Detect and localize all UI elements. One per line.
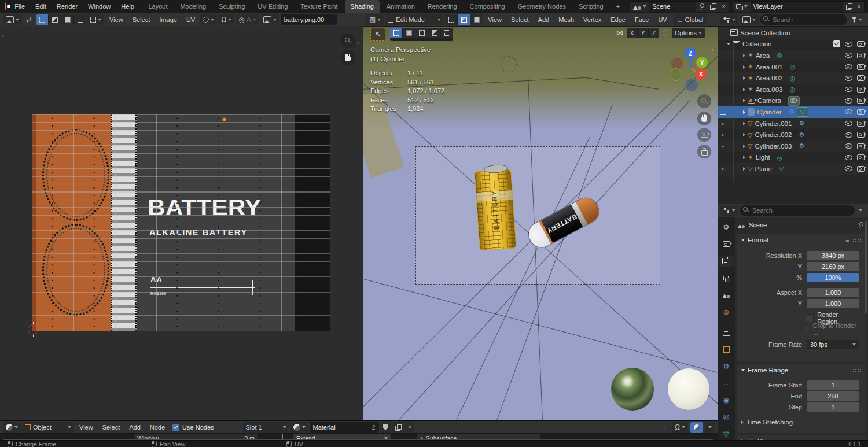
material-browse-button[interactable]	[290, 422, 308, 433]
battery-standing-editmode[interactable]: BATTERY	[474, 169, 516, 251]
render-visibility-icon[interactable]	[857, 87, 865, 93]
outliner-row-cylinder-active[interactable]: ▽ Cylinder ⚙ ▽	[718, 106, 868, 118]
material-copy-button[interactable]	[392, 422, 404, 433]
viewport-menu-uv[interactable]: UV	[654, 16, 671, 23]
render-visibility-icon[interactable]	[857, 166, 865, 172]
pin-icon[interactable]	[858, 222, 863, 228]
hide-eye-icon[interactable]	[845, 42, 852, 47]
parent-node-tree-button[interactable]: ↑	[661, 422, 670, 433]
workspace-tab-sculpting[interactable]: Sculpting	[213, 0, 251, 13]
outliner-row-light[interactable]: ☀Light ◎	[718, 152, 868, 164]
hide-eye-icon[interactable]	[845, 87, 852, 92]
hide-eye-icon[interactable]	[845, 98, 852, 104]
fake-user-button[interactable]	[380, 422, 391, 433]
mesh-data-icon[interactable]: ▽	[797, 107, 808, 117]
tab-view-layer[interactable]	[719, 272, 734, 284]
mirror-z-button[interactable]: Z	[649, 28, 659, 38]
render-region-checkbox[interactable]	[806, 314, 814, 322]
navigation-gizmo[interactable]: Z Y X	[665, 40, 715, 90]
uv-select-edge-button[interactable]	[49, 14, 61, 25]
render-visibility-icon[interactable]	[857, 154, 865, 160]
viewport-menu-mesh[interactable]: Mesh	[554, 16, 578, 23]
frame-range-panel-header[interactable]: Frame Range	[737, 364, 866, 376]
uv-2d-cursor[interactable]	[28, 324, 38, 335]
crop-to-render-checkbox[interactable]	[802, 325, 810, 333]
shader-menu-node[interactable]: Node	[146, 424, 169, 431]
active-tool-select-button[interactable]: ↖	[370, 28, 385, 41]
viewport-camera-view-button[interactable]	[697, 128, 711, 142]
blender-logo-icon[interactable]	[5, 2, 6, 10]
format-panel-header[interactable]: Format ≡	[737, 234, 866, 246]
uv-image-name-field[interactable]: battery.png.00	[281, 14, 337, 25]
gizmo-y-axis[interactable]: Y	[696, 57, 708, 68]
collapsed-caret-icon[interactable]	[743, 76, 745, 80]
properties-options-button[interactable]	[856, 205, 865, 216]
render-visibility-icon[interactable]	[857, 41, 865, 47]
shader-overlay-button[interactable]	[690, 422, 703, 433]
viewport-3d[interactable]: BATTERY BATTERY Camera Perspective (1) C…	[363, 13, 718, 420]
viewport-lock-button[interactable]	[697, 145, 711, 158]
viewlayer-name-field[interactable]: ViewLayer	[751, 2, 843, 12]
tab-constraints[interactable]: @	[719, 411, 734, 423]
sidebar-collapse-arrow[interactable]: ‹	[357, 39, 359, 46]
collapsed-caret-icon[interactable]	[743, 99, 745, 102]
hide-eye-icon[interactable]	[845, 76, 852, 81]
selected-uv-vertex[interactable]	[223, 118, 226, 121]
collapsed-caret-icon[interactable]	[743, 88, 745, 91]
collapsed-caret-icon[interactable]	[743, 122, 745, 125]
collapsed-caret-icon[interactable]	[743, 167, 745, 171]
aspect-x-field[interactable]: 1.000	[807, 288, 859, 297]
outliner-row-cylinder-002[interactable]: • ▽Cylinder.002 ⚙	[718, 129, 868, 141]
panel-grip-icon[interactable]	[852, 368, 862, 372]
select-box-button[interactable]	[403, 28, 415, 38]
workspace-tab-modeling[interactable]: Modeling	[174, 0, 212, 13]
tab-collection[interactable]	[719, 327, 734, 338]
menu-window[interactable]: Window	[83, 0, 116, 13]
gizmo-x-axis[interactable]: X	[695, 68, 707, 80]
outliner-row-cylinder-003[interactable]: • ▽Cylinder.003 ⚙	[718, 141, 868, 152]
panel-grip-icon[interactable]	[852, 238, 862, 242]
time-stretching-subpanel[interactable]: Time Stretching	[737, 416, 866, 428]
use-nodes-toggle[interactable]: Use Nodes	[172, 424, 214, 431]
zoom-in-button[interactable]	[340, 33, 355, 48]
shader-menu-select[interactable]: Select	[98, 424, 124, 431]
shader-menu-view[interactable]: View	[75, 424, 97, 431]
outliner-display-mode-button[interactable]	[720, 14, 738, 25]
hide-eye-icon[interactable]	[845, 143, 852, 149]
viewport-zoom-button[interactable]	[697, 94, 711, 108]
sidebar-collapse-arrow[interactable]: ‹	[711, 46, 713, 53]
collapsed-caret-icon[interactable]	[743, 133, 745, 136]
workspace-tab-layout[interactable]: Layout	[142, 0, 173, 13]
select-lasso-button[interactable]	[428, 28, 440, 38]
edge-select-mode-button[interactable]	[458, 14, 470, 25]
material-unlink-button[interactable]: ×	[405, 422, 414, 433]
vertex-select-mode-button[interactable]	[445, 14, 457, 25]
viewport-menu-edge[interactable]: Edge	[606, 16, 630, 23]
workspace-tab-scripting[interactable]: Scripting	[573, 0, 609, 13]
gizmo-z-negative[interactable]	[685, 79, 698, 91]
editor-type-button[interactable]	[720, 205, 738, 216]
face-select-mode-button[interactable]	[470, 14, 483, 25]
hide-eye-icon[interactable]	[845, 121, 852, 126]
uv-select-face-button[interactable]	[61, 14, 73, 25]
scene-unlink-button[interactable]: ×	[719, 2, 728, 12]
editor-type-button[interactable]: ▧	[366, 14, 384, 25]
render-visibility-icon[interactable]	[857, 143, 865, 149]
workspace-tab-shading[interactable]: Shading	[345, 0, 380, 13]
tab-particles[interactable]: ∴	[719, 378, 734, 389]
uv-select-vertex-button[interactable]	[36, 14, 48, 25]
tab-scene[interactable]	[719, 289, 734, 301]
uv-menu-image[interactable]: Image	[155, 16, 181, 23]
viewport-menu-select[interactable]: Select	[507, 16, 533, 23]
viewlayer-browse-button[interactable]	[733, 2, 751, 12]
render-visibility-icon[interactable]	[857, 109, 865, 115]
gizmo-z-axis[interactable]: Z	[685, 47, 696, 59]
select-extend-button[interactable]	[441, 28, 453, 38]
uv-editor-canvas[interactable]: › BATTERY ALKALINE BATTERY AA MN1500	[0, 26, 363, 420]
outliner-row-scene-collection[interactable]: Scene Collection	[718, 27, 868, 39]
outliner-search-input[interactable]: Search	[760, 14, 847, 25]
scene-pin-button[interactable]	[696, 2, 707, 12]
workspace-tab-texture-paint[interactable]: Texture Paint	[295, 0, 343, 13]
material-name-field[interactable]: Material2	[310, 422, 379, 433]
uv-sync-selection-toggle[interactable]: ⇄	[23, 14, 35, 25]
